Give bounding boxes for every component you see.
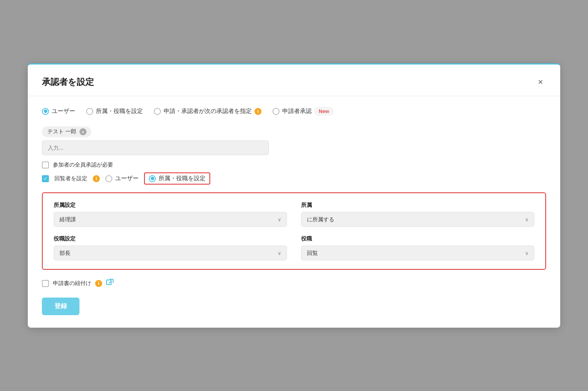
reviewer-radio-affiliation[interactable]: 所属・役職を設定	[149, 175, 206, 182]
radio-applicant-approval-circle	[272, 108, 280, 115]
affiliation-setting-select[interactable]: 経理課 総務部 営業部	[54, 212, 287, 227]
modal: 承認者を設定 × ユーザー 所属・役職を設定 申請・承認者が次の承認者	[28, 63, 560, 328]
user-tag-chip: テスト 一郎 ×	[42, 126, 91, 137]
radio-affiliation-circle	[86, 108, 93, 115]
register-button[interactable]: 登録	[42, 298, 79, 315]
radio-applicant-approver-circle	[154, 108, 161, 115]
modal-title: 承認者を設定	[42, 76, 94, 88]
affiliation-label: 所属	[301, 202, 534, 209]
position-setting-label: 役職設定	[54, 235, 287, 242]
section-grid: 所属設定 経理課 総務部 営業部 所属	[54, 202, 534, 260]
position-field: 役職 回覧 承認 参照	[301, 235, 534, 260]
reviewer-radio-affiliation-highlight: 所属・役職を設定	[144, 172, 210, 185]
tag-input-area: テスト 一郎 ×	[42, 126, 546, 155]
tag-remove-button[interactable]: ×	[79, 128, 87, 135]
modal-header: 承認者を設定 ×	[28, 65, 560, 96]
affiliation-select-wrapper: に所属する を管理する	[301, 212, 534, 227]
checkbox-all-approval[interactable]	[42, 161, 49, 169]
user-search-input[interactable]	[42, 140, 269, 155]
radio-applicant-approval[interactable]: 申請者承認 New	[272, 107, 334, 115]
checkbox-all-approval-row: 参加者の全員承認が必要	[42, 161, 546, 169]
radio-applicant-approver[interactable]: 申請・承認者が次の承認者を指定 i	[154, 108, 262, 115]
reviewer-row: 回覧者を設定 i ユーザー 所属・役職を設定	[42, 172, 546, 185]
position-select-wrapper: 回覧 承認 参照	[301, 246, 534, 260]
radio-affiliation[interactable]: 所属・役職を設定	[86, 108, 143, 115]
reviewer-radio-user-label: ユーザー	[115, 175, 139, 182]
reviewer-label: 回覧者を設定	[54, 175, 87, 182]
affiliation-setting-field: 所属設定 経理課 総務部 営業部	[54, 202, 287, 227]
link-label: 申請書の紐付け	[53, 280, 91, 287]
reviewer-radio-affiliation-circle	[149, 175, 156, 182]
radio-user[interactable]: ユーザー	[42, 108, 75, 115]
affiliation-field: 所属 に所属する を管理する	[301, 202, 534, 227]
info-icon-approver[interactable]: i	[254, 108, 262, 115]
reviewer-radio-affiliation-label: 所属・役職を設定	[159, 175, 206, 182]
radio-applicant-approver-label: 申請・承認者が次の承認者を指定	[164, 108, 252, 115]
info-icon-link[interactable]: i	[95, 280, 102, 287]
radio-user-label: ユーザー	[52, 108, 75, 115]
radio-applicant-approval-label: 申請者承認	[282, 108, 312, 115]
external-link-icon[interactable]	[106, 278, 114, 288]
affiliation-section-box: 所属設定 経理課 総務部 営業部 所属	[42, 192, 546, 270]
affiliation-setting-select-wrapper: 経理課 総務部 営業部	[54, 212, 287, 227]
checkbox-reviewer[interactable]	[42, 175, 49, 182]
checkbox-all-approval-label: 参加者の全員承認が必要	[53, 161, 113, 169]
affiliation-select[interactable]: に所属する を管理する	[301, 212, 534, 227]
position-setting-select[interactable]: 部長 課長 係長	[54, 246, 287, 260]
modal-overlay: 承認者を設定 × ユーザー 所属・役職を設定 申請・承認者が次の承認者	[0, 0, 588, 391]
position-label: 役職	[301, 235, 534, 242]
radio-user-circle	[42, 108, 49, 115]
position-setting-select-wrapper: 部長 課長 係長	[54, 246, 287, 260]
radio-affiliation-label: 所属・役職を設定	[96, 108, 143, 115]
checkbox-link[interactable]	[42, 280, 49, 287]
close-button[interactable]: ×	[535, 75, 546, 89]
modal-body: ユーザー 所属・役職を設定 申請・承認者が次の承認者を指定 i 申請者承認	[28, 96, 560, 328]
position-setting-field: 役職設定 部長 課長 係長	[54, 235, 287, 260]
link-section: 申請書の紐付け i	[42, 278, 546, 288]
position-select[interactable]: 回覧 承認 参照	[301, 246, 534, 260]
reviewer-radio-user[interactable]: ユーザー	[105, 175, 139, 182]
info-icon-reviewer[interactable]: i	[93, 175, 100, 182]
reviewer-radio-user-circle	[105, 175, 112, 182]
radio-option-row: ユーザー 所属・役職を設定 申請・承認者が次の承認者を指定 i 申請者承認	[42, 107, 546, 115]
affiliation-setting-label: 所属設定	[54, 202, 287, 209]
new-badge: New	[314, 107, 334, 115]
tag-name: テスト 一郎	[47, 128, 76, 135]
